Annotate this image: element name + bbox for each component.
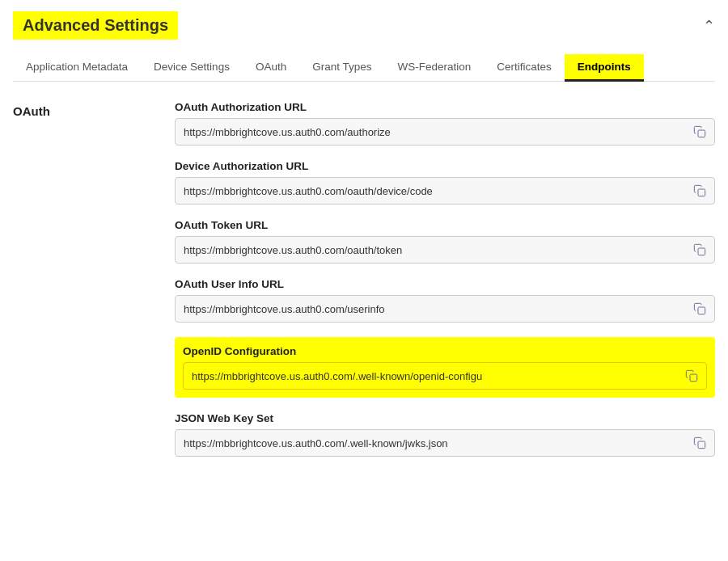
field-group-device-auth-url: Device Authorization URL https://mbbrigh… — [175, 160, 715, 205]
copy-icon-openid-config[interactable] — [685, 369, 698, 382]
field-label-oauth-userinfo-url: OAuth User Info URL — [175, 278, 715, 290]
tab-endpoints[interactable]: Endpoints — [565, 54, 644, 81]
field-group-jwks: JSON Web Key Set https://mbbrightcove.us… — [175, 412, 715, 457]
tab-application-metadata[interactable]: Application Metadata — [13, 54, 141, 81]
header-row: Advanced Settings ⌃ — [13, 11, 715, 40]
page-title: Advanced Settings — [13, 11, 178, 40]
field-label-oauth-auth-url: OAuth Authorization URL — [175, 101, 715, 113]
field-group-openid-config: OpenID Configuration https://mbbrightcov… — [175, 337, 715, 398]
tab-ws-federation[interactable]: WS-Federation — [384, 54, 484, 81]
field-group-oauth-auth-url: OAuth Authorization URL https://mbbright… — [175, 101, 715, 146]
field-wrapper-jwks: https://mbbrightcove.us.auth0.com/.well-… — [175, 429, 715, 457]
field-wrapper-device-auth-url: https://mbbrightcove.us.auth0.com/oauth/… — [175, 177, 715, 205]
tab-certificates[interactable]: Certificates — [484, 54, 565, 81]
content-area: OAuth OAuth Authorization URL https://mb… — [13, 101, 715, 457]
field-group-oauth-userinfo-url: OAuth User Info URL https://mbbrightcove… — [175, 278, 715, 323]
field-label-jwks: JSON Web Key Set — [175, 412, 715, 424]
tabs-bar: Application Metadata Device Settings OAu… — [13, 54, 715, 82]
copy-icon-oauth-token-url[interactable] — [693, 243, 706, 256]
field-value-openid-config: https://mbbrightcove.us.auth0.com/.well-… — [192, 370, 679, 382]
field-value-device-auth-url: https://mbbrightcove.us.auth0.com/oauth/… — [184, 185, 687, 197]
tab-oauth[interactable]: OAuth — [243, 54, 299, 81]
svg-rect-3 — [698, 307, 705, 314]
copy-icon-jwks[interactable] — [693, 437, 706, 449]
copy-icon-oauth-userinfo-url[interactable] — [693, 302, 706, 315]
field-wrapper-oauth-userinfo-url: https://mbbrightcove.us.auth0.com/userin… — [175, 295, 715, 323]
copy-icon-oauth-auth-url[interactable] — [693, 125, 706, 138]
fields-column: OAuth Authorization URL https://mbbright… — [175, 101, 715, 457]
field-value-oauth-userinfo-url: https://mbbrightcove.us.auth0.com/userin… — [184, 303, 687, 315]
section-label: OAuth — [13, 101, 175, 457]
field-wrapper-oauth-token-url: https://mbbrightcove.us.auth0.com/oauth/… — [175, 236, 715, 264]
field-label-oauth-token-url: OAuth Token URL — [175, 219, 715, 231]
field-value-jwks: https://mbbrightcove.us.auth0.com/.well-… — [184, 437, 687, 449]
svg-rect-4 — [690, 374, 697, 382]
page-container: Advanced Settings ⌃ Application Metadata… — [0, 0, 728, 468]
field-wrapper-openid-config: https://mbbrightcove.us.auth0.com/.well-… — [183, 362, 707, 390]
field-wrapper-oauth-auth-url: https://mbbrightcove.us.auth0.com/author… — [175, 118, 715, 146]
tab-grant-types[interactable]: Grant Types — [299, 54, 384, 81]
field-value-oauth-token-url: https://mbbrightcove.us.auth0.com/oauth/… — [184, 244, 687, 256]
svg-rect-0 — [698, 130, 705, 137]
field-label-openid-config: OpenID Configuration — [183, 345, 707, 357]
collapse-button[interactable]: ⌃ — [703, 17, 715, 35]
field-group-oauth-token-url: OAuth Token URL https://mbbrightcove.us.… — [175, 219, 715, 264]
copy-icon-device-auth-url[interactable] — [693, 184, 706, 197]
tab-device-settings[interactable]: Device Settings — [141, 54, 243, 81]
svg-rect-2 — [698, 248, 705, 255]
field-value-oauth-auth-url: https://mbbrightcove.us.auth0.com/author… — [184, 126, 687, 138]
svg-rect-1 — [698, 189, 705, 196]
field-label-device-auth-url: Device Authorization URL — [175, 160, 715, 172]
svg-rect-5 — [698, 441, 705, 449]
